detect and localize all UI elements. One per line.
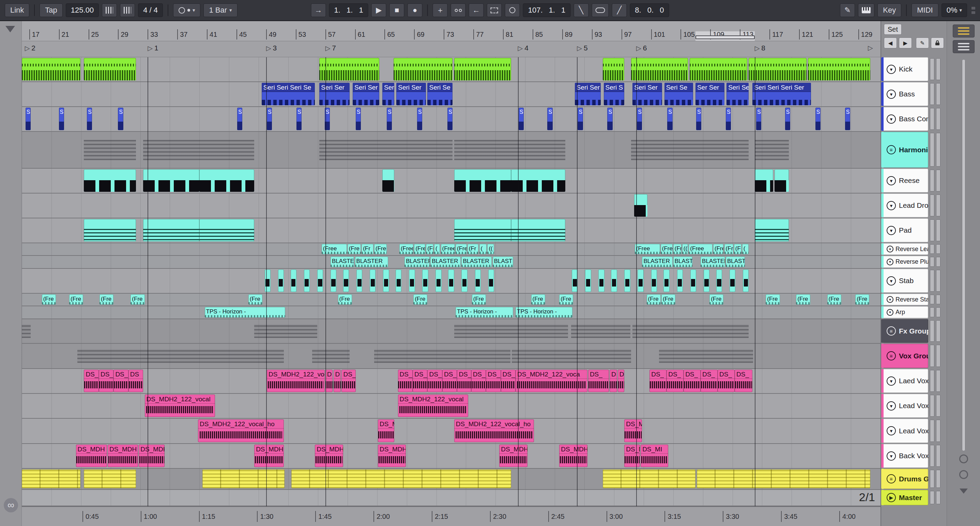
stop-button[interactable]: ■ bbox=[390, 3, 404, 17]
clip-bass-comple[interactable]: S bbox=[578, 108, 583, 130]
play-button[interactable]: ▶ bbox=[371, 3, 387, 17]
track-header-box[interactable]: ▾Reverse Stab bbox=[881, 294, 928, 305]
clip-reverse-lead[interactable]: (Fre bbox=[348, 244, 361, 254]
clip-arp[interactable]: TPS - Horizon - bbox=[205, 307, 286, 318]
clip-reverse-stab[interactable]: (Fre bbox=[796, 294, 810, 305]
clip-reverse-stab[interactable]: (Fre bbox=[472, 294, 486, 305]
clip-pad[interactable] bbox=[511, 219, 565, 242]
clip-laed-vox-1[interactable]: D bbox=[325, 370, 333, 392]
clip-reverse-lead[interactable]: (( bbox=[487, 244, 494, 254]
clip-reverse-stab[interactable]: (Fre bbox=[100, 294, 113, 305]
clip-reverse-lead[interactable]: (Free bbox=[635, 244, 660, 254]
clip-reverse-pluck[interactable]: BLASTER bbox=[430, 256, 461, 267]
clip-reese[interactable] bbox=[454, 169, 511, 192]
track-header-back-vox[interactable]: ▾Back Vox bbox=[881, 444, 947, 469]
clip-stab[interactable] bbox=[488, 270, 494, 292]
punch-out-button[interactable]: ╱ bbox=[612, 3, 627, 17]
track-header-box[interactable]: ≡Drums Group bbox=[881, 469, 928, 489]
time-ruler[interactable]: 0:451:001:151:301:452:002:152:302:453:00… bbox=[22, 506, 880, 526]
track-header-box[interactable]: ▾Reverse Lead bbox=[881, 243, 928, 255]
clip-bass-comple[interactable]: S bbox=[726, 108, 731, 130]
loop-length-field[interactable]: 8. 0. 0 bbox=[630, 3, 669, 17]
track-lane-back-vox[interactable]: DS_MDHDS_MDHDS_MDHDS_MDHDS_MDHDS_MDHDS_M… bbox=[22, 444, 880, 469]
clip-reverse-stab[interactable]: (Fre bbox=[531, 294, 545, 305]
clip-laed-vox-1[interactable]: DS_ bbox=[413, 370, 427, 392]
locator-marker[interactable]: ▷8 bbox=[755, 44, 765, 52]
clip-laed-vox-1[interactable]: DS_ bbox=[84, 370, 99, 392]
bar-ruler[interactable]: 1721252933374145495357616569737781858993… bbox=[22, 21, 880, 41]
locator-marker[interactable]: ▷2 bbox=[25, 44, 35, 52]
track-lane-kick[interactable] bbox=[22, 57, 880, 82]
clip-laed-vox-1[interactable]: DS_M bbox=[341, 370, 355, 392]
time-signature-field[interactable]: 4 / 4 bbox=[138, 3, 163, 17]
clip-back-vox[interactable]: DS_MDH bbox=[76, 445, 107, 467]
clip-stab[interactable] bbox=[317, 270, 323, 292]
clip-stab[interactable] bbox=[291, 270, 296, 292]
clip-arp[interactable]: TPS - Horizon - bbox=[456, 307, 513, 318]
locator-marker[interactable]: ▷3 bbox=[266, 44, 277, 52]
clip-laed-vox-1[interactable]: DS_ bbox=[701, 370, 718, 392]
clip-reese[interactable] bbox=[143, 169, 199, 192]
punch-in-button[interactable]: ╲ bbox=[573, 3, 589, 17]
clip-reverse-stab[interactable]: (Fre bbox=[662, 294, 675, 305]
clip-back-vox[interactable]: DS_MDH bbox=[499, 445, 528, 467]
clip-vox-group[interactable] bbox=[312, 349, 350, 363]
clip-reverse-pluck[interactable]: BLAST bbox=[493, 256, 514, 267]
group-icon[interactable]: ≡ bbox=[887, 145, 896, 154]
track-header-arp[interactable]: ▾Arp bbox=[881, 306, 947, 319]
track-fold-icon[interactable]: ▾ bbox=[887, 276, 896, 286]
track-lane-reverse-pluck[interactable]: BLASTERBLASTERBLASTERBLASTERBLASTERBLAST… bbox=[22, 256, 880, 269]
track-header-lead-vox-3[interactable]: ▾Lead Vox 3 bbox=[881, 419, 947, 444]
clip-kick[interactable] bbox=[319, 58, 379, 80]
clip-bass-comple[interactable]: S bbox=[845, 108, 850, 130]
clip-fx-group[interactable] bbox=[22, 324, 31, 338]
tempo-field[interactable]: 125.00 bbox=[66, 3, 99, 17]
clip-lead-vox-3[interactable]: DS_M bbox=[624, 420, 642, 442]
clip-reverse-stab[interactable]: (Fre bbox=[413, 294, 427, 305]
clip-stab[interactable] bbox=[663, 270, 669, 292]
clip-harmonic-gro[interactable] bbox=[143, 140, 254, 160]
clip-vox-group[interactable] bbox=[374, 349, 511, 363]
loop-switch-button[interactable] bbox=[592, 3, 609, 17]
clip-stab[interactable] bbox=[304, 270, 310, 292]
clip-pad[interactable] bbox=[755, 219, 789, 242]
clip-reverse-lead[interactable]: (Fr bbox=[673, 244, 681, 254]
clip-laed-vox-1[interactable]: D bbox=[618, 370, 625, 392]
clip-reverse-pluck[interactable]: BLASTER bbox=[642, 256, 672, 267]
track-header-lead-vox-2[interactable]: ▾Lead Vox 2 bbox=[881, 394, 947, 419]
clip-bass-comple[interactable]: S bbox=[356, 108, 361, 130]
track-fold-icon[interactable]: ▾ bbox=[887, 176, 896, 185]
track-header-box[interactable]: ▾Back Vox bbox=[881, 444, 928, 468]
clip-drums-group[interactable] bbox=[291, 469, 511, 488]
track-header-box[interactable]: ▾Pad bbox=[881, 218, 928, 242]
quantize-menu-button[interactable]: 1 Bar ▾ bbox=[204, 3, 237, 17]
track-header-box[interactable]: ≡Harmonic Gro bbox=[881, 132, 928, 168]
locator-marker[interactable]: ▷4 bbox=[518, 44, 528, 52]
clip-reverse-stab[interactable]: (Fre bbox=[855, 294, 869, 305]
clip-bass[interactable]: Seri Se bbox=[427, 83, 452, 105]
track-lane-stab[interactable] bbox=[22, 269, 880, 294]
link-button[interactable]: Link bbox=[5, 3, 29, 17]
back-to-arrangement-button[interactable]: ← bbox=[469, 3, 484, 17]
clip-reverse-lead[interactable]: (Free bbox=[399, 244, 413, 254]
track-header-reverse-stab[interactable]: ▾Reverse Stab bbox=[881, 294, 947, 306]
track-header-reverse-lead[interactable]: ▾Reverse Lead bbox=[881, 243, 947, 256]
clip-laed-vox-1[interactable]: DS_ bbox=[735, 370, 752, 392]
clip-stab[interactable] bbox=[331, 270, 336, 292]
show-mixer-sections-button[interactable] bbox=[953, 24, 975, 38]
clip-reverse-pluck[interactable]: BLASTER bbox=[701, 256, 725, 267]
track-header-bass[interactable]: ▾Bass bbox=[881, 82, 947, 107]
clip-stab[interactable] bbox=[572, 270, 578, 292]
clip-stab[interactable] bbox=[436, 270, 441, 292]
clip-fx-group[interactable] bbox=[632, 324, 749, 338]
track-header-vox-group[interactable]: ≡Vox Group bbox=[881, 344, 947, 369]
track-header-stab[interactable]: ▾Stab bbox=[881, 269, 947, 294]
clip-stab[interactable] bbox=[598, 270, 604, 292]
clip-reverse-stab[interactable]: (Fre bbox=[69, 294, 83, 305]
track-header-box[interactable]: ▾Lead Vox 2 bbox=[881, 394, 928, 418]
clip-stab[interactable] bbox=[585, 270, 591, 292]
clip-kick[interactable] bbox=[690, 58, 747, 80]
prev-locator-button[interactable]: ◀ bbox=[884, 38, 897, 48]
clip-lead-vox-2[interactable]: DS_MDH2_122_vocal bbox=[145, 394, 215, 417]
track-lane-lead-drop[interactable] bbox=[22, 194, 880, 218]
